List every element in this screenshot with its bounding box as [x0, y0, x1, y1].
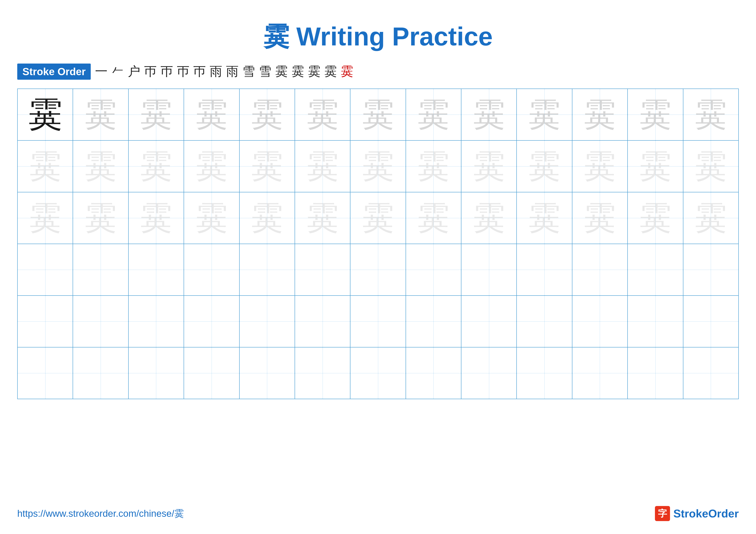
- grid-cell-4-13[interactable]: [683, 244, 739, 295]
- char-guide: 霙: [417, 150, 449, 183]
- grid-cell-5-11[interactable]: [572, 295, 628, 347]
- grid-cell-1-13[interactable]: 霙: [683, 89, 739, 140]
- grid-cell-2-11[interactable]: 霙: [572, 140, 628, 192]
- char-guide: 霙: [639, 150, 671, 183]
- grid-cell-5-5[interactable]: [239, 295, 295, 347]
- grid-cell-4-2[interactable]: [73, 244, 128, 295]
- title-section: 霙 Writing Practice: [17, 19, 739, 55]
- grid-cell-5-2[interactable]: [73, 295, 128, 347]
- grid-cell-1-10[interactable]: 霙: [517, 89, 572, 140]
- grid-cell-2-5[interactable]: 霙: [239, 140, 295, 192]
- grid-cell-3-2[interactable]: 霙: [73, 192, 128, 244]
- grid-cell-6-7[interactable]: [350, 347, 406, 399]
- grid-cell-6-11[interactable]: [572, 347, 628, 399]
- grid-cell-1-5[interactable]: 霙: [239, 89, 295, 140]
- grid-cell-4-11[interactable]: [572, 244, 628, 295]
- grid-cell-4-5[interactable]: [239, 244, 295, 295]
- char-guide: 霙: [473, 98, 505, 131]
- grid-cell-5-7[interactable]: [350, 295, 406, 347]
- grid-cell-1-11[interactable]: 霙: [572, 89, 628, 140]
- grid-cell-5-3[interactable]: [128, 295, 184, 347]
- grid-cell-6-5[interactable]: [239, 347, 295, 399]
- grid-cell-6-2[interactable]: [73, 347, 128, 399]
- char-guide: 霙: [528, 150, 560, 183]
- char-guide: 霙: [196, 150, 228, 183]
- grid-cell-2-13[interactable]: 霙: [683, 140, 739, 192]
- grid-cell-4-10[interactable]: [517, 244, 572, 295]
- grid-cell-3-7[interactable]: 霙: [350, 192, 406, 244]
- grid-cell-1-9[interactable]: 霙: [461, 89, 517, 140]
- char-guide: 霙: [251, 202, 283, 234]
- grid-cell-1-6[interactable]: 霙: [295, 89, 350, 140]
- grid-cell-3-3[interactable]: 霙: [128, 192, 184, 244]
- grid-cell-4-7[interactable]: [350, 244, 406, 295]
- grid-cell-5-1[interactable]: [17, 295, 73, 347]
- grid-cell-6-6[interactable]: [295, 347, 350, 399]
- footer-url[interactable]: https://www.strokeorder.com/chinese/霙: [17, 507, 184, 520]
- grid-cell-4-8[interactable]: [406, 244, 461, 295]
- grid-cell-4-3[interactable]: [128, 244, 184, 295]
- grid-cell-6-9[interactable]: [461, 347, 517, 399]
- char-guide: 霙: [251, 150, 283, 183]
- grid-cell-1-2[interactable]: 霙: [73, 89, 128, 140]
- grid-cell-5-12[interactable]: [628, 295, 683, 347]
- grid-cell-5-13[interactable]: [683, 295, 739, 347]
- grid-cell-6-13[interactable]: [683, 347, 739, 399]
- grid-cell-5-9[interactable]: [461, 295, 517, 347]
- practice-row-6: [17, 347, 739, 399]
- grid-cell-3-13[interactable]: 霙: [683, 192, 739, 244]
- grid-cell-3-12[interactable]: 霙: [628, 192, 683, 244]
- grid-cell-1-12[interactable]: 霙: [628, 89, 683, 140]
- grid-cell-1-3[interactable]: 霙: [128, 89, 184, 140]
- char-guide: 霙: [473, 202, 505, 234]
- grid-cell-4-9[interactable]: [461, 244, 517, 295]
- stroke-order-label: Stroke Order: [17, 64, 91, 80]
- grid-cell-2-7[interactable]: 霙: [350, 140, 406, 192]
- grid-cell-2-2[interactable]: 霙: [73, 140, 128, 192]
- char-guide: 霙: [196, 202, 228, 234]
- grid-cell-6-12[interactable]: [628, 347, 683, 399]
- title-text: Writing Practice: [289, 22, 493, 51]
- grid-cell-3-1[interactable]: 霙: [17, 192, 73, 244]
- grid-cell-6-10[interactable]: [517, 347, 572, 399]
- grid-cell-4-6[interactable]: [295, 244, 350, 295]
- grid-cell-6-8[interactable]: [406, 347, 461, 399]
- grid-cell-3-10[interactable]: 霙: [517, 192, 572, 244]
- grid-cell-4-4[interactable]: [184, 244, 239, 295]
- grid-cell-3-8[interactable]: 霙: [406, 192, 461, 244]
- grid-cell-2-12[interactable]: 霙: [628, 140, 683, 192]
- grid-cell-5-6[interactable]: [295, 295, 350, 347]
- grid-cell-3-11[interactable]: 霙: [572, 192, 628, 244]
- grid-cell-1-4[interactable]: 霙: [184, 89, 239, 140]
- stroke-step-7: 帀: [193, 63, 206, 80]
- logo-order: Order: [708, 507, 739, 520]
- grid-cell-3-6[interactable]: 霙: [295, 192, 350, 244]
- grid-cell-1-8[interactable]: 霙: [406, 89, 461, 140]
- char-guide: 霙: [473, 150, 505, 183]
- grid-cell-2-6[interactable]: 霙: [295, 140, 350, 192]
- grid-cell-6-1[interactable]: [17, 347, 73, 399]
- grid-cell-5-4[interactable]: [184, 295, 239, 347]
- grid-cell-2-4[interactable]: 霙: [184, 140, 239, 192]
- char-guide: 霙: [85, 202, 117, 234]
- grid-cell-2-1[interactable]: 霙: [17, 140, 73, 192]
- grid-cell-5-8[interactable]: [406, 295, 461, 347]
- grid-cell-6-4[interactable]: [184, 347, 239, 399]
- grid-cell-2-9[interactable]: 霙: [461, 140, 517, 192]
- grid-cell-3-5[interactable]: 霙: [239, 192, 295, 244]
- grid-cell-2-3[interactable]: 霙: [128, 140, 184, 192]
- grid-cell-3-4[interactable]: 霙: [184, 192, 239, 244]
- grid-cell-4-1[interactable]: [17, 244, 73, 295]
- stroke-step-10: 雪: [242, 63, 255, 80]
- grid-cell-6-3[interactable]: [128, 347, 184, 399]
- grid-cell-3-9[interactable]: 霙: [461, 192, 517, 244]
- grid-cell-2-10[interactable]: 霙: [517, 140, 572, 192]
- grid-cell-1-7[interactable]: 霙: [350, 89, 406, 140]
- grid-cell-1-1[interactable]: 霙: [17, 89, 73, 140]
- char-guide: 霙: [29, 202, 62, 234]
- char-guide: 霙: [362, 150, 394, 183]
- char-guide: 霙: [362, 98, 394, 131]
- grid-cell-4-12[interactable]: [628, 244, 683, 295]
- grid-cell-2-8[interactable]: 霙: [406, 140, 461, 192]
- grid-cell-5-10[interactable]: [517, 295, 572, 347]
